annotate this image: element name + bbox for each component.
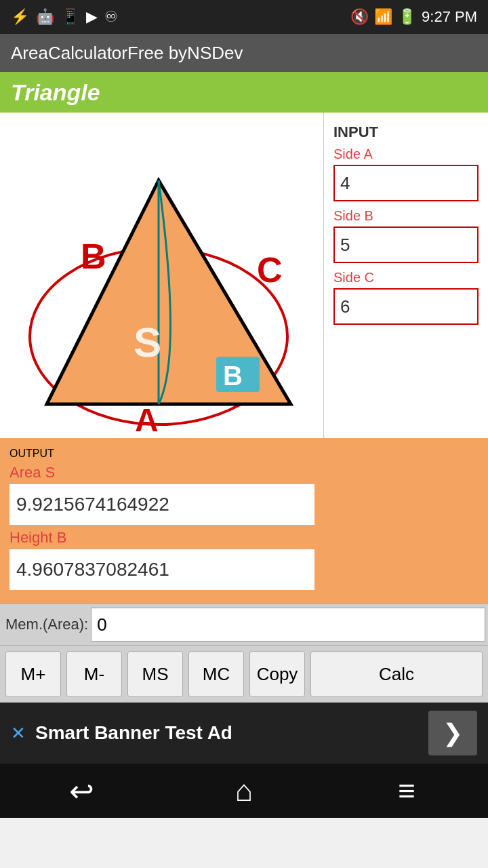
calc-button[interactable]: Calc [310, 651, 483, 697]
svg-text:S: S [134, 319, 161, 366]
main-content: B C S B A INPUT Side A Side B Side C [0, 113, 488, 438]
side-b-label: Side B [333, 208, 479, 224]
output-right-container: OUTPUT Area S Height B [0, 438, 488, 604]
side-b-input[interactable] [333, 226, 479, 263]
side-c-group: Side C [333, 270, 479, 325]
side-c-label: Side C [333, 270, 479, 285]
status-icons-left: ⚡ 🤖 📱 ▶ ♾ [11, 8, 118, 26]
ad-close-button[interactable]: ✕ [11, 723, 26, 744]
m-minus-button[interactable]: M- [66, 651, 122, 697]
status-icons-right: 🔇 📶 🔋 9:27 PM [350, 8, 477, 26]
height-b-value [9, 549, 314, 590]
status-bar: ⚡ 🤖 📱 ▶ ♾ 🔇 📶 🔋 9:27 PM [0, 0, 488, 34]
triangle-diagram: B C S B A [6, 119, 318, 431]
svg-text:B: B [81, 237, 106, 276]
m-plus-button[interactable]: M+ [5, 651, 61, 697]
wifi-icon: 📶 [374, 8, 392, 26]
memory-label: Mem.(Area): [0, 616, 88, 633]
mc-button[interactable]: MC [188, 651, 244, 697]
android-icon: 🤖 [36, 8, 54, 26]
area-s-label: Area S [9, 464, 314, 481]
right-output-space [324, 438, 488, 604]
home-icon: ⌂ [235, 774, 253, 808]
mute-icon: 🔇 [350, 8, 369, 26]
battery-icon: 🔋 [398, 8, 416, 26]
svg-text:A: A [135, 402, 159, 431]
side-c-input[interactable] [333, 288, 479, 325]
menu-icon: ≡ [398, 774, 415, 808]
page-title-bar: Triangle [0, 72, 488, 113]
activity-icon: ♾ [104, 8, 118, 26]
copy-button[interactable]: Copy [249, 651, 305, 697]
memory-row: Mem.(Area): [0, 604, 488, 646]
page-title: Triangle [11, 79, 100, 106]
side-a-group: Side A [333, 146, 479, 201]
clock: 9:27 PM [422, 8, 477, 26]
memory-input[interactable] [91, 608, 485, 642]
sim-icon: 📱 [61, 8, 79, 26]
height-b-label: Height B [9, 529, 314, 547]
side-b-group: Side B [333, 208, 479, 263]
ad-arrow-button[interactable]: ❯ [428, 711, 477, 755]
area-s-value [9, 484, 314, 525]
nav-bar: ↩ ⌂ ≡ [0, 764, 488, 818]
ad-text: Smart Banner Test Ad [35, 722, 232, 744]
output-section: OUTPUT Area S Height B [0, 438, 324, 604]
svg-text:C: C [257, 250, 283, 290]
ad-arrow-icon: ❯ [443, 719, 463, 747]
ms-button[interactable]: MS [127, 651, 183, 697]
home-button[interactable]: ⌂ [217, 770, 271, 811]
side-a-label: Side A [333, 146, 479, 162]
input-panel: INPUT Side A Side B Side C [324, 113, 488, 438]
youtube-icon: ▶ [86, 8, 98, 26]
back-icon: ↩ [69, 774, 94, 808]
menu-button[interactable]: ≡ [380, 770, 434, 811]
ad-banner-inner: ✕ Smart Banner Test Ad [11, 722, 232, 744]
app-title-bar: AreaCalculatorFree byNSDev [0, 34, 488, 72]
input-header: INPUT [333, 123, 479, 141]
back-button[interactable]: ↩ [54, 770, 108, 811]
usb-icon: ⚡ [11, 8, 29, 26]
button-row: M+ M- MS MC Copy Calc [0, 646, 488, 703]
side-a-input[interactable] [333, 165, 479, 201]
ad-banner: ✕ Smart Banner Test Ad ❯ [0, 703, 488, 764]
diagram-area: B C S B A [0, 113, 324, 438]
app-title: AreaCalculatorFree byNSDev [11, 43, 243, 64]
svg-text:B: B [223, 361, 243, 391]
output-header: OUTPUT [9, 448, 314, 460]
